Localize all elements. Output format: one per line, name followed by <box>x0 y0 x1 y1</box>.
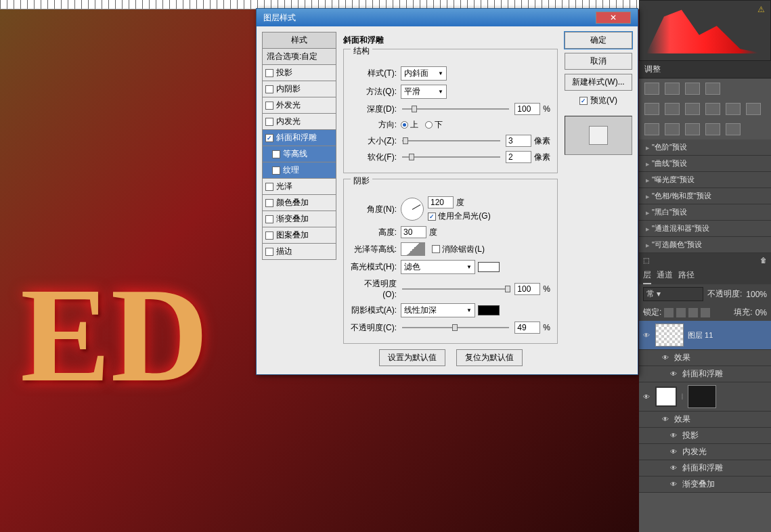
preview-checkbox[interactable] <box>579 97 588 105</box>
style-texture[interactable]: 纹理 <box>262 162 336 179</box>
altitude-input[interactable]: 30 <box>401 226 426 238</box>
style-color-overlay[interactable]: 颜色叠加 <box>262 195 336 211</box>
fx-drop-shadow[interactable]: 投影 <box>639 428 771 444</box>
visibility-icon[interactable] <box>669 447 678 457</box>
depth-slider[interactable] <box>401 104 510 114</box>
reset-default-button[interactable]: 复位为默认值 <box>456 349 523 366</box>
new-style-button[interactable]: 新建样式(W)... <box>565 74 632 91</box>
tab-layers[interactable]: 层 <box>643 269 651 284</box>
bw-icon[interactable] <box>705 103 720 115</box>
checkbox[interactable] <box>272 150 280 158</box>
global-light-checkbox[interactable] <box>428 213 436 221</box>
blend-mode-select[interactable]: 常 ▾ <box>643 287 703 301</box>
layer-thumbnail[interactable] <box>688 385 716 408</box>
invert-icon[interactable] <box>644 123 659 135</box>
tab-paths[interactable]: 路径 <box>678 269 695 284</box>
layer-11[interactable]: 图层 11 <box>639 321 771 350</box>
style-drop-shadow[interactable]: 投影 <box>262 65 336 81</box>
preset-curves[interactable]: "曲线"预设 <box>639 156 771 172</box>
ok-button[interactable]: 确定 <box>565 32 632 49</box>
direction-down-radio[interactable] <box>425 121 433 129</box>
fx-header-2[interactable]: 效果 <box>639 412 771 428</box>
shadow-mode-select[interactable]: 线性加深▼ <box>401 303 475 317</box>
layer-name[interactable]: 图层 11 <box>688 330 713 340</box>
hue-icon[interactable] <box>665 103 680 115</box>
gradient-map-icon[interactable] <box>705 123 720 135</box>
highlight-mode-select[interactable]: 滤色▼ <box>401 260 475 274</box>
visibility-icon[interactable] <box>669 480 678 489</box>
lock-all-icon[interactable] <box>701 308 710 317</box>
layer-thumbnail[interactable] <box>655 324 684 347</box>
style-inner-glow[interactable]: 内发光 <box>262 114 336 130</box>
posterize-icon[interactable] <box>665 123 680 135</box>
checkbox[interactable] <box>265 69 273 77</box>
opacity-value[interactable]: 100% <box>746 290 767 299</box>
style-pattern-overlay[interactable]: 图案叠加 <box>262 227 336 244</box>
adjust-panel-header[interactable]: 调整 <box>639 61 771 79</box>
curves-icon[interactable] <box>685 83 700 95</box>
brightness-icon[interactable] <box>644 83 659 95</box>
balance-icon[interactable] <box>685 103 700 115</box>
blend-options-header[interactable]: 混合选项:自定 <box>262 49 336 65</box>
link-icon[interactable]: ⁞ <box>681 392 684 401</box>
preset-exposure[interactable]: "曝光度"预设 <box>639 172 771 188</box>
styles-header[interactable]: 样式 <box>262 32 336 49</box>
fx-bevel-2[interactable]: 斜面和浮雕 <box>639 460 771 476</box>
checkbox[interactable] <box>265 118 273 126</box>
preset-hue[interactable]: "色相/饱和度"预设 <box>639 188 771 204</box>
preset-bw[interactable]: "黑白"预设 <box>639 204 771 221</box>
histogram-panel[interactable]: ⚠ <box>639 0 771 61</box>
close-button[interactable]: ✕ <box>596 12 631 24</box>
method-select[interactable]: 平滑▼ <box>401 85 447 99</box>
visibility-icon[interactable] <box>642 392 651 401</box>
style-inner-shadow[interactable]: 内阴影 <box>262 81 336 97</box>
layer-smart[interactable]: ⁞ <box>639 382 771 412</box>
checkbox[interactable] <box>265 248 273 256</box>
lock-position-icon[interactable] <box>688 308 698 317</box>
checkbox[interactable] <box>272 167 280 175</box>
preset-channel-mixer[interactable]: "通道混和器"预设 <box>639 221 771 237</box>
shadow-opacity-slider[interactable] <box>401 323 510 332</box>
visibility-icon[interactable] <box>669 370 678 379</box>
selective-color-icon[interactable] <box>726 123 741 135</box>
depth-input[interactable]: 100 <box>514 103 540 115</box>
adjust-footer-icon[interactable]: ⬚ <box>643 257 649 264</box>
exposure-icon[interactable] <box>705 83 720 95</box>
angle-dial[interactable] <box>401 198 424 221</box>
fx-gradient-overlay[interactable]: 渐变叠加 <box>639 476 771 493</box>
checkbox[interactable] <box>265 183 273 191</box>
visibility-icon[interactable] <box>642 330 651 340</box>
style-satin[interactable]: 光泽 <box>262 179 336 195</box>
visibility-icon[interactable] <box>661 353 670 363</box>
antialias-checkbox[interactable] <box>432 245 440 253</box>
channel-mixer-icon[interactable] <box>746 103 761 115</box>
checkbox[interactable] <box>265 231 273 240</box>
set-default-button[interactable]: 设置为默认值 <box>379 349 445 366</box>
cancel-button[interactable]: 取消 <box>565 53 632 70</box>
lock-pixels-icon[interactable] <box>676 308 686 317</box>
fx-bevel[interactable]: 斜面和浮雕 <box>639 366 771 382</box>
highlight-opacity-input[interactable]: 100 <box>514 283 540 295</box>
dialog-titlebar[interactable]: 图层样式 ✕ <box>257 9 638 26</box>
fx-inner-glow[interactable]: 内发光 <box>639 444 771 460</box>
adjust-trash-icon[interactable]: 🗑 <box>760 257 767 264</box>
shadow-opacity-input[interactable]: 49 <box>514 322 540 334</box>
vibrance-icon[interactable] <box>644 103 659 115</box>
shadow-color-swatch[interactable] <box>478 305 500 315</box>
preset-levels[interactable]: "色阶"预设 <box>639 139 771 156</box>
style-bevel-emboss[interactable]: 斜面和浮雕 <box>262 130 336 146</box>
warning-icon[interactable]: ⚠ <box>757 5 765 14</box>
highlight-color-swatch[interactable] <box>478 262 500 272</box>
visibility-icon[interactable] <box>669 464 678 473</box>
lock-transparency-icon[interactable] <box>664 308 674 317</box>
fill-value[interactable]: 0% <box>755 308 767 317</box>
levels-icon[interactable] <box>665 83 680 95</box>
layer-mask-thumbnail[interactable] <box>655 386 677 407</box>
direction-up-radio[interactable] <box>401 121 408 129</box>
fx-header[interactable]: 效果 <box>639 350 771 366</box>
visibility-icon[interactable] <box>661 415 670 424</box>
size-input[interactable]: 3 <box>506 135 531 147</box>
style-stroke[interactable]: 描边 <box>262 244 336 260</box>
angle-input[interactable]: 120 <box>428 196 454 208</box>
checkbox[interactable] <box>265 85 273 93</box>
